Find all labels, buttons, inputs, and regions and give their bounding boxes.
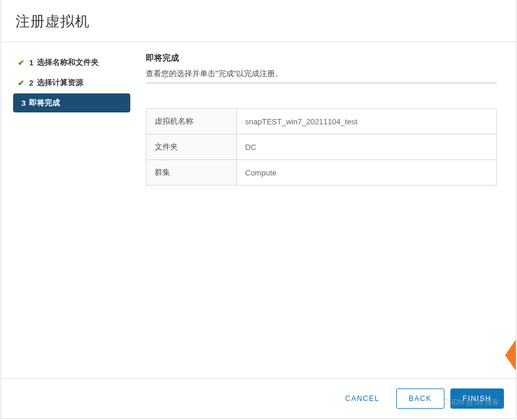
check-icon: ✔ [18, 79, 24, 87]
step-label: 即将完成 [29, 98, 60, 108]
dialog-footer: CANCEL BACK FINISH [1, 378, 516, 418]
content-heading: 即将完成 [146, 53, 497, 64]
cancel-button[interactable]: CANCEL [334, 388, 390, 409]
summary-value-folder: DC [237, 134, 497, 160]
table-row: 文件夹 DC [146, 134, 497, 160]
dialog-body: ✔ 1 选择名称和文件夹 ✔ 2 选择计算资源 3 即将完成 即将完成 查看您的… [1, 42, 516, 186]
back-button[interactable]: BACK [396, 388, 444, 409]
wizard-steps: ✔ 1 选择名称和文件夹 ✔ 2 选择计算资源 3 即将完成 [1, 48, 135, 186]
dialog-header: 注册虚拟机 [1, 0, 516, 42]
finish-button[interactable]: FINISH [450, 388, 504, 409]
step-select-compute-resource[interactable]: ✔ 2 选择计算资源 [7, 73, 130, 92]
summary-value-vm-name: snapTEST_win7_20211104_test [237, 109, 497, 134]
check-icon: ✔ [18, 58, 24, 67]
decorative-triangle-icon [505, 340, 516, 371]
step-content: 即将完成 查看您的选择并单击"完成"以完成注册。 虚拟机名称 snapTEST_… [135, 48, 516, 186]
dialog-title: 注册虚拟机 [15, 12, 502, 31]
step-select-name-folder[interactable]: ✔ 1 选择名称和文件夹 [7, 53, 130, 72]
table-row: 群集 Compute [146, 160, 497, 186]
content-description: 查看您的选择并单击"完成"以完成注册。 [146, 68, 497, 79]
register-vm-dialog: 注册虚拟机 ✔ 1 选择名称和文件夹 ✔ 2 选择计算资源 3 即将完成 即将完… [1, 0, 516, 419]
summary-value-cluster: Compute [237, 160, 497, 186]
step-label: 选择名称和文件夹 [37, 57, 99, 68]
content-separator [146, 83, 497, 83]
step-number: 2 [29, 79, 33, 87]
step-number: 3 [21, 99, 26, 108]
summary-key-cluster: 群集 [146, 160, 237, 186]
table-row: 虚拟机名称 snapTEST_win7_20211104_test [146, 109, 497, 134]
step-ready-to-complete[interactable]: 3 即将完成 [13, 93, 130, 112]
summary-key-vm-name: 虚拟机名称 [146, 109, 237, 134]
summary-key-folder: 文件夹 [146, 134, 237, 160]
step-number: 1 [29, 58, 33, 67]
summary-table: 虚拟机名称 snapTEST_win7_20211104_test 文件夹 DC… [146, 108, 497, 186]
step-label: 选择计算资源 [37, 77, 83, 88]
